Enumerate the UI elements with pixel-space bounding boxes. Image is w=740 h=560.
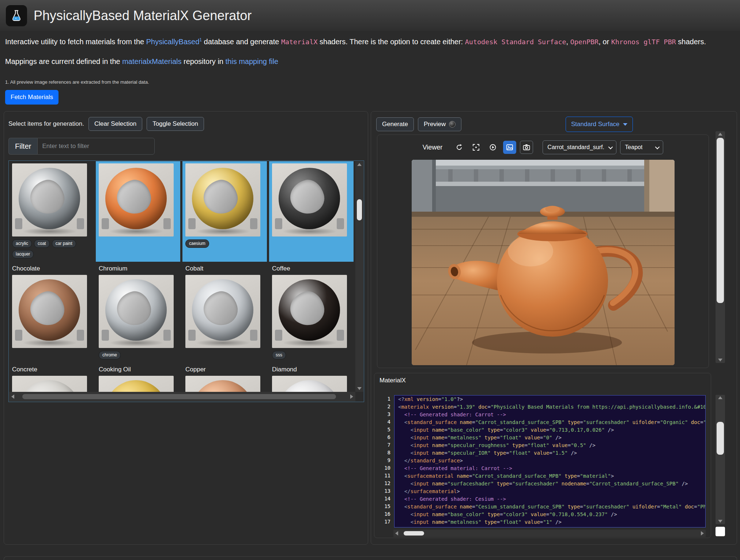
code-line: <!-- Generated shader: Cesium --> <box>398 495 705 503</box>
code-line: <materialx version="1.39" doc="Physicall… <box>398 403 705 411</box>
material-card[interactable]: acryliccoatcar paintlacquer <box>9 161 96 262</box>
line-number: 3 <box>380 410 390 418</box>
filter-input[interactable] <box>37 138 155 155</box>
code-line: <standard_surface name="Cesium_standard_… <box>398 503 705 511</box>
material-preview-image <box>185 376 260 392</box>
reset-view-icon[interactable] <box>453 141 466 154</box>
inline-text: 1 <box>199 37 202 42</box>
grid-horizontal-scrollbar[interactable] <box>9 392 355 401</box>
viewer-box: Viewer Carrot_standard_surf... <box>377 135 709 368</box>
chevron-down-icon <box>623 123 627 126</box>
material-tag: caesium <box>185 239 209 248</box>
materialx-box: MaterialX 123456789101112131415161718 <?… <box>374 373 711 538</box>
preview-button[interactable]: Preview <box>418 117 461 131</box>
code-vertical-scrollbar[interactable] <box>716 395 725 524</box>
line-number: 18 <box>380 526 390 527</box>
toggle-selection-button[interactable]: Toggle Selection <box>147 117 204 131</box>
material-preview-image <box>99 275 174 348</box>
material-card[interactable]: Chromiumchrome <box>96 262 182 363</box>
scroll-up-arrow[interactable] <box>718 133 722 136</box>
line-number: 5 <box>380 426 390 434</box>
scroll-up-arrow[interactable] <box>357 163 362 166</box>
material-card[interactable]: Concrete <box>9 363 96 392</box>
background-image-icon[interactable] <box>503 141 516 154</box>
viewer-geometry-select[interactable]: Teapot <box>620 140 663 154</box>
generate-button[interactable]: Generate <box>376 117 414 131</box>
grid-vertical-scrollbar[interactable] <box>355 161 363 392</box>
material-card[interactable]: Chocolate <box>9 262 96 363</box>
intro-line-2: Mappings are current defined in the mate… <box>5 57 735 66</box>
scroll-right-arrow[interactable] <box>350 394 353 399</box>
material-card[interactable]: Diamond <box>269 363 355 392</box>
app-header: PhysicallyBased MaterialX Generator <box>0 0 740 31</box>
material-preview-image <box>272 376 347 392</box>
frame-view-icon[interactable] <box>469 141 483 154</box>
scroll-thumb[interactable] <box>404 531 424 536</box>
code-line: </standard_surface> <box>398 457 705 465</box>
material-name: Chocolate <box>12 264 91 275</box>
scroll-down-arrow[interactable] <box>718 520 722 523</box>
code-horizontal-scrollbar[interactable] <box>393 530 706 537</box>
material-tag: acrylic <box>12 239 32 248</box>
scroll-thumb[interactable] <box>22 394 336 399</box>
viewer-material-select[interactable]: Carrot_standard_surf... <box>543 140 616 154</box>
inline-link[interactable]: PhysicallyBased <box>146 38 200 46</box>
generation-panel: Generate Preview Standard Surface Viewer <box>371 111 737 545</box>
line-number: 11 <box>380 472 390 480</box>
inline-link[interactable]: this mapping file <box>226 57 279 65</box>
screenshot-icon[interactable] <box>520 141 533 154</box>
scroll-thumb[interactable] <box>717 422 724 455</box>
viewer-label: Viewer <box>423 144 443 151</box>
inline-link[interactable]: materialxMaterials <box>122 57 181 65</box>
inline-text: Interactive utility to fetch materials f… <box>5 38 146 46</box>
line-number: 4 <box>380 418 390 426</box>
code-line: <input name="base_color" type="color3" v… <box>398 426 705 434</box>
line-number: 16 <box>380 510 390 518</box>
preview-button-label: Preview <box>424 121 446 128</box>
material-tag: sss <box>272 351 286 359</box>
code-line: <input name="specular_IOR" type="float" … <box>398 449 705 457</box>
line-number-gutter: 123456789101112131415161718 <box>380 395 394 527</box>
code-line: <!-- Generated material: Carrot --> <box>398 465 705 472</box>
clear-selection-button[interactable]: Clear Selection <box>88 117 142 131</box>
material-card[interactable]: Cobalt <box>182 262 269 363</box>
scroll-thumb[interactable] <box>357 199 362 220</box>
material-name: Coffee <box>272 264 351 275</box>
material-card[interactable]: Cooking Oil <box>96 363 182 392</box>
material-card[interactable]: caesium <box>182 161 269 262</box>
chevron-down-icon <box>608 144 613 149</box>
shader-type-dropdown[interactable]: Standard Surface <box>566 117 633 132</box>
viewer-vertical-scrollbar[interactable] <box>716 131 725 363</box>
line-number: 10 <box>380 464 390 472</box>
scroll-thumb[interactable] <box>717 138 724 303</box>
code-line: <input name="metalness" type="float" val… <box>398 518 705 526</box>
material-card[interactable] <box>96 161 182 262</box>
viewer-geometry-value: Teapot <box>625 144 642 151</box>
line-number: 17 <box>380 518 390 526</box>
material-preview-image <box>185 275 260 348</box>
scrollbar-corner <box>716 527 725 536</box>
material-card[interactable]: Copper <box>182 363 269 392</box>
material-preview-image <box>272 275 347 348</box>
materialx-code-editor[interactable]: 123456789101112131415161718 <?xml versio… <box>380 395 706 527</box>
material-card[interactable]: Coffeesss <box>269 262 355 363</box>
fetch-materials-button[interactable]: Fetch Materials <box>5 90 58 105</box>
code-line: <input name="specular_roughness" type="f… <box>398 442 705 449</box>
material-card[interactable] <box>269 161 355 262</box>
material-preview-image <box>12 376 87 392</box>
scroll-down-arrow[interactable] <box>357 387 362 390</box>
scroll-left-arrow[interactable] <box>11 394 14 399</box>
scroll-down-arrow[interactable] <box>718 359 722 362</box>
code-line: <surfacematerial name="Carrot_standard_s… <box>398 472 705 480</box>
scroll-up-arrow[interactable] <box>718 396 722 399</box>
teapot-render-viewport[interactable] <box>412 160 675 365</box>
shader-type-label: Standard Surface <box>571 121 619 128</box>
code-area[interactable]: <?xml version="1.0"?><materialx version=… <box>394 395 706 527</box>
line-number: 8 <box>380 449 390 457</box>
scroll-right-arrow[interactable] <box>701 531 704 536</box>
material-preview-image <box>272 163 347 237</box>
material-preview-image <box>185 163 260 237</box>
turntable-icon[interactable] <box>486 141 499 154</box>
inline-text: MaterialX <box>281 38 318 46</box>
scroll-left-arrow[interactable] <box>395 531 398 536</box>
